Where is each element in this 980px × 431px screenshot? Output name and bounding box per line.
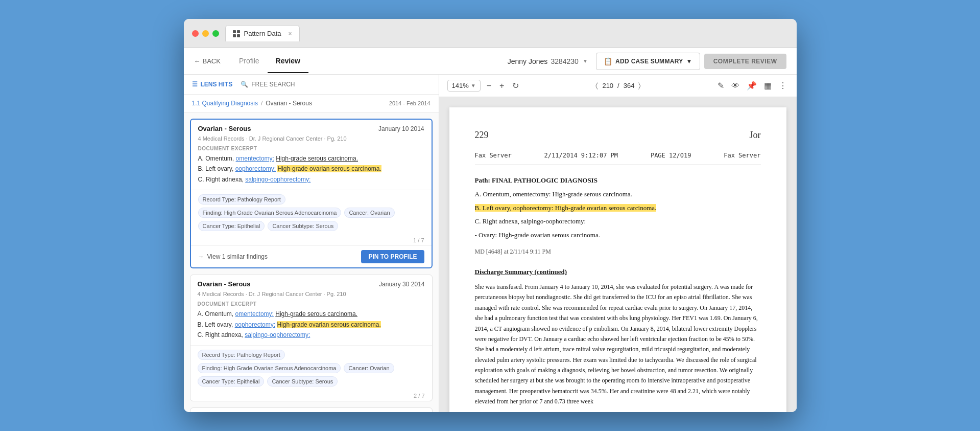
more-options-button[interactable]: ⋮	[777, 79, 788, 92]
add-case-summary-button[interactable]: 📋 ADD CASE SUMMARY ▼	[596, 53, 700, 70]
copy-icon: 📋	[604, 57, 612, 65]
search-icon: 🔍	[241, 81, 248, 88]
pdf-page-number: 229 Jor	[475, 128, 761, 143]
salpingo-link-1[interactable]: salpingo-oophorectomy:	[245, 176, 310, 183]
page-total: 364	[624, 82, 635, 89]
complete-review-button[interactable]: COMPLETE REVIEW	[704, 54, 786, 69]
tag-record-type-2: Record Type: Pathology Report	[198, 350, 285, 360]
pdf-line-2: B. Left ovary, oophorectomy: High-grade …	[475, 203, 761, 214]
page-separator: /	[617, 82, 619, 89]
zoom-dropdown-icon[interactable]: ▼	[471, 83, 476, 88]
tag-finding-1: Finding: High Grade Ovarian Serous Adeno…	[198, 208, 342, 218]
minimize-button[interactable]	[202, 30, 209, 37]
zoom-control[interactable]: 141% ▼	[447, 80, 481, 92]
close-button[interactable]	[192, 30, 199, 37]
left-panel: ☰ LENS HITS 🔍 FREE SEARCH 1.1 Qualifying…	[184, 75, 439, 412]
card-date-2: January 30 2014	[379, 281, 424, 288]
pathology-section-title: Path: FINAL PATHOLOGIC DIAGNOSIS	[475, 175, 761, 186]
fax-page: PAGE 12/019	[651, 151, 691, 161]
card-tags-2: Record Type: Pathology Report Finding: H…	[190, 345, 432, 391]
zoom-in-button[interactable]: +	[497, 79, 506, 93]
page-navigation: 〈 210 / 364 〉	[595, 81, 641, 90]
results-list: Ovarian - Serous January 10 2014 4 Medic…	[184, 112, 439, 412]
user-id: 3284230	[551, 57, 579, 65]
card-title-2: Ovarian - Serous	[198, 280, 251, 288]
grid-view-button[interactable]: ▦	[762, 79, 773, 92]
breadcrumb-separator: /	[261, 100, 262, 107]
title-bar: Pattern Data ×	[184, 19, 797, 48]
user-name: Jenny Jones	[508, 57, 548, 65]
view-button[interactable]: 👁	[730, 80, 741, 92]
dropdown-icon: ▼	[686, 58, 692, 65]
tag-cancer-subtype-1: Cancer Subtype: Serous	[268, 221, 338, 231]
card-meta-2: 4 Medical Records · Dr. J Regional Cance…	[190, 291, 432, 301]
breadcrumb: 1.1 Qualifying Diagnosis / Ovarian - Ser…	[184, 95, 439, 112]
tag-finding-2: Finding: High Grade Ovarian Serous Adeno…	[198, 363, 341, 373]
breadcrumb-qualifying[interactable]: 1.1 Qualifying Diagnosis	[192, 100, 258, 107]
refresh-button[interactable]: ↻	[510, 79, 521, 93]
card-date-1: January 10 2014	[378, 125, 424, 132]
pdf-discharge: Discharge Summary (continued) She was tr…	[475, 267, 761, 406]
result-card-3[interactable]: Ovarian - Serous January 30 2014 4 Medic…	[190, 407, 433, 412]
omentectomy-link[interactable]: omentectomy:	[236, 155, 274, 162]
tag-record-type-1: Record Type: Pathology Report	[198, 194, 285, 205]
card-count-2: 2 / 7	[190, 391, 432, 401]
back-button[interactable]: ← BACK	[194, 57, 221, 65]
similar-findings-link-1[interactable]: → View 1 similar findings	[198, 253, 268, 260]
card-footer-1: → View 1 similar findings PIN TO PROFILE	[191, 245, 432, 267]
zoom-out-button[interactable]: −	[485, 79, 493, 93]
card-header-1: Ovarian - Serous January 10 2014	[191, 120, 432, 135]
fax-server-right: Fax Server	[724, 151, 760, 161]
discharge-title: Discharge Summary (continued)	[475, 267, 761, 278]
user-dropdown-icon[interactable]: ▼	[583, 58, 588, 64]
pdf-page: 229 Jor Fax Server 2/11/2014 9:12:07 PM …	[449, 107, 786, 412]
tab-profile[interactable]: Profile	[231, 50, 268, 73]
tab-close-button[interactable]: ×	[289, 30, 292, 37]
tag-cancer-2: Cancer: Ovarian	[344, 363, 394, 373]
card-header-3: Ovarian - Serous January 30 2014	[190, 408, 432, 412]
salpingo-link-2[interactable]: salpingo-oophorectomy:	[245, 331, 310, 338]
card-meta-1: 4 Medical Records · Dr. J Regional Cance…	[191, 135, 432, 146]
discharge-text: She was transfused. From January 4 to Ja…	[475, 282, 761, 407]
bookmark-button[interactable]: 📌	[745, 79, 758, 92]
edit-button[interactable]: ✎	[716, 79, 726, 92]
omentectomy-link-2[interactable]: omentectomy:	[235, 310, 274, 317]
oophorectomy-link-1[interactable]: oophorectomy:	[235, 165, 276, 172]
lens-hits-button[interactable]: ☰ LENS HITS	[192, 81, 233, 88]
result-card-2[interactable]: Ovarian - Serous January 30 2014 4 Medic…	[190, 275, 433, 401]
pdf-timestamp: MD [4648] at 2/11/14 9:11 PM	[475, 247, 761, 257]
next-page-button[interactable]: 〉	[638, 81, 641, 90]
pdf-line-1: A. Omentum, omentectomy: High-grade sero…	[475, 189, 761, 200]
card-excerpt-label-1: DOCUMENT EXCERPT	[191, 146, 432, 153]
card-excerpt-2: A. Omentum, omentectomy: High-grade sero…	[190, 309, 432, 345]
tab-review[interactable]: Review	[268, 50, 308, 73]
pattern-data-tab[interactable]: Pattern Data ×	[225, 25, 300, 41]
card-excerpt-label-2: DOCUMENT EXCERPT	[190, 301, 432, 309]
maximize-button[interactable]	[212, 30, 219, 37]
result-card-1[interactable]: Ovarian - Serous January 10 2014 4 Medic…	[190, 119, 433, 268]
search-bar: ☰ LENS HITS 🔍 FREE SEARCH	[184, 75, 439, 95]
breadcrumb-date: 2014 - Feb 2014	[389, 100, 431, 106]
pdf-content[interactable]: 229 Jor Fax Server 2/11/2014 9:12:07 PM …	[439, 97, 797, 412]
tag-cancer-type-2: Cancer Type: Epithelial	[198, 376, 265, 387]
prev-page-button[interactable]: 〈	[595, 81, 598, 90]
zoom-level: 141%	[452, 82, 469, 89]
card-excerpt-1: A. Omentum, omentectomy: High-grade sero…	[191, 153, 432, 190]
oophorectomy-link-2[interactable]: oophorectomy:	[235, 321, 275, 328]
free-search-button[interactable]: 🔍 FREE SEARCH	[241, 81, 295, 88]
right-panel: 141% ▼ − + ↻ 〈 210 / 364 〉 ✎ 👁	[439, 75, 797, 412]
card-count-1: 1 / 7	[191, 235, 432, 245]
list-icon: ☰	[192, 81, 198, 88]
fax-server-left: Fax Server	[475, 151, 512, 161]
tag-cancer-1: Cancer: Ovarian	[344, 208, 394, 218]
main-content: ☰ LENS HITS 🔍 FREE SEARCH 1.1 Qualifying…	[184, 75, 797, 412]
tab-icon	[233, 30, 240, 37]
pin-to-profile-button-1[interactable]: PIN TO PROFILE	[361, 250, 424, 263]
card-header-2: Ovarian - Serous January 30 2014	[190, 275, 432, 291]
card-title-1: Ovarian - Serous	[198, 125, 251, 132]
page-current: 210	[602, 82, 613, 89]
pdf-action-buttons: ✎ 👁 📌 ▦ ⋮	[716, 79, 788, 92]
pdf-line-3: C. Right adnexa, salpingo-oophorectomy:	[475, 216, 761, 227]
back-arrow-icon: ←	[194, 57, 201, 65]
nav-bar: ← BACK Profile Review Jenny Jones 328423…	[184, 48, 797, 75]
